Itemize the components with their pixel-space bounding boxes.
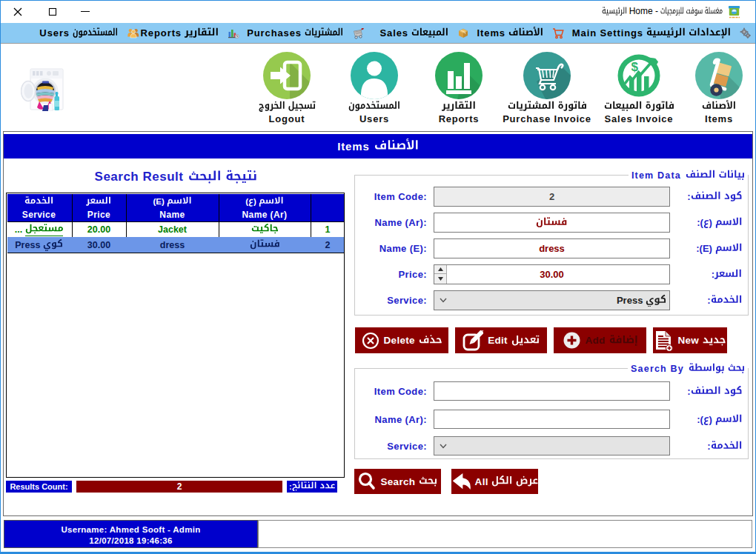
svg-text:$: $ bbox=[631, 60, 639, 74]
